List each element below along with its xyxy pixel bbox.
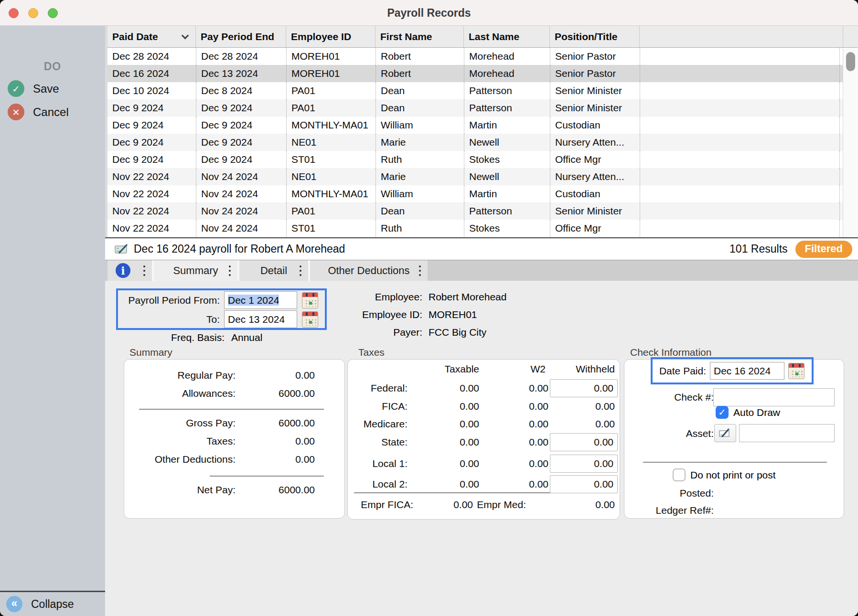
kebab-menu-icon[interactable]: [298, 264, 303, 277]
table-row[interactable]: Nov 22 2024Nov 24 2024ST01RuthStokesOffi…: [107, 220, 858, 237]
date-paid-field[interactable]: Dec 16 2024: [710, 362, 784, 380]
table-body: Dec 28 2024Dec 28 2024MOREH01RobertMoreh…: [107, 48, 858, 237]
tax-taxable-value: 0.00: [408, 457, 479, 470]
cancel-x-icon: ✕: [8, 104, 24, 120]
save-button[interactable]: ✓ Save: [8, 80, 59, 97]
calendar-icon[interactable]: [788, 363, 804, 379]
column-header-pay-period-end[interactable]: Pay Period End: [196, 26, 286, 47]
tax-taxable-value: 0.00: [408, 436, 479, 448]
table-cell: Nov 22 2024: [107, 168, 196, 185]
sort-descending-icon: [182, 32, 189, 39]
table-cell: Ruth: [375, 220, 464, 237]
kebab-menu-icon[interactable]: [418, 264, 422, 277]
sidebar-header: DO: [0, 60, 105, 73]
calendar-icon[interactable]: [302, 311, 318, 328]
empr-med-label: Empr Med:: [454, 499, 526, 511]
column-header-paid-date[interactable]: Paid Date: [107, 26, 196, 47]
employee-id-label: Employee ID:: [330, 308, 422, 321]
table-row[interactable]: Dec 16 2024Dec 13 2024MOREH01RobertMoreh…: [107, 65, 858, 82]
calendar-icon[interactable]: [302, 292, 318, 308]
asset-picker-button[interactable]: [714, 424, 736, 442]
asset-label: Asset:: [624, 427, 714, 440]
table-cell: Nov 24 2024: [196, 220, 286, 237]
payroll-check-icon: [115, 244, 129, 255]
table-row[interactable]: Dec 9 2024Dec 9 2024MONTHLY-MA01WilliamM…: [107, 117, 858, 134]
table-cell: Dec 9 2024: [196, 117, 286, 134]
table-row[interactable]: Dec 10 2024Dec 8 2024PA01DeanPattersonSe…: [107, 82, 858, 99]
scrollbar-thumb[interactable]: [846, 52, 855, 71]
payer-value: FCC Big City: [429, 326, 486, 339]
tax-row-label: State:: [348, 436, 408, 448]
table-cell: Nov 24 2024: [196, 168, 286, 185]
column-header-first-name[interactable]: First Name: [375, 26, 464, 47]
summary-box: Regular Pay: 0.00 Allowances: 6000.00 Gr…: [124, 359, 345, 519]
column-header-empty: [640, 26, 839, 47]
table-cell: Dean: [375, 82, 464, 99]
table-scrollbar[interactable]: [843, 48, 858, 237]
check-info-group-title: Check Information: [630, 347, 711, 358]
table-cell: MOREH01: [286, 48, 375, 65]
column-header-employee-id[interactable]: Employee ID: [286, 26, 375, 47]
period-from-field[interactable]: Dec 1 2024: [224, 291, 297, 309]
regular-pay-label: Regular Pay:: [124, 369, 236, 382]
app-window: Payroll Records DO ✓ Save ✕ Cancel « Col…: [0, 0, 858, 616]
table-cell: Dec 9 2024: [196, 99, 286, 117]
period-to-field[interactable]: Dec 13 2024: [224, 310, 297, 328]
collapse-button[interactable]: « Collapse: [6, 596, 74, 612]
table-cell: Patterson: [464, 99, 550, 117]
filtered-badge[interactable]: Filtered: [795, 241, 852, 258]
auto-draw-checkbox[interactable]: ✓: [716, 406, 729, 419]
tab-detail[interactable]: Detail: [239, 260, 308, 281]
table-cell: Nov 22 2024: [107, 220, 196, 237]
allowances-label: Allowances:: [124, 387, 236, 400]
asset-field[interactable]: [739, 424, 835, 442]
record-status-bar: Dec 16 2024 payroll for Robert A Morehea…: [105, 237, 858, 260]
table-cell: Custodian: [550, 117, 640, 134]
tax-row-label: FICA:: [348, 400, 408, 413]
tax-withheld-input[interactable]: 0.00: [550, 433, 618, 451]
tax-withheld-input[interactable]: 0.00: [550, 455, 618, 473]
table-cell: Nov 22 2024: [107, 185, 196, 202]
do-not-print-checkbox[interactable]: [673, 468, 686, 481]
table-row[interactable]: Nov 22 2024Nov 24 2024MONTHLY-MA01Willia…: [107, 185, 858, 202]
tax-w2-value: 0.00: [477, 436, 548, 448]
table-cell: MONTHLY-MA01: [286, 185, 375, 202]
empr-med-value: 0.00: [543, 499, 615, 511]
table-cell: Robert: [375, 65, 464, 82]
date-paid-label: Date Paid:: [653, 365, 710, 377]
tax-withheld-input[interactable]: 0.00: [550, 379, 618, 397]
table-cell: Newell: [464, 134, 550, 151]
table-row[interactable]: Dec 28 2024Dec 28 2024MOREH01RobertMoreh…: [107, 48, 858, 65]
info-icon[interactable]: i: [116, 263, 130, 278]
column-header-last-name[interactable]: Last Name: [464, 26, 550, 47]
net-pay-label: Net Pay:: [124, 484, 236, 496]
other-deductions-value: 0.00: [229, 453, 315, 466]
tab-other-deductions[interactable]: Other Deductions: [310, 260, 428, 281]
tax-w2-value: 0.00: [477, 457, 548, 470]
table-row[interactable]: Nov 22 2024Nov 24 2024PA01DeanPattersonS…: [107, 202, 858, 220]
table-row[interactable]: Dec 9 2024Dec 9 2024PA01DeanPattersonSen…: [107, 99, 858, 117]
info-tab[interactable]: i: [107, 260, 152, 281]
tax-taxable-value: 0.00: [408, 478, 479, 490]
table-cell: William: [375, 117, 464, 134]
employee-id-value: MOREH01: [429, 308, 477, 321]
table-row[interactable]: Nov 22 2024Nov 24 2024NE01MarieNewellNur…: [107, 168, 858, 185]
kebab-menu-icon[interactable]: [227, 264, 232, 277]
check-number-field[interactable]: [713, 388, 835, 406]
taxes-value: 0.00: [229, 435, 315, 447]
table-cell: Morehead: [464, 65, 550, 82]
collapse-chevrons-icon: «: [6, 596, 22, 612]
cancel-button[interactable]: ✕ Cancel: [8, 104, 69, 120]
table-row[interactable]: Dec 9 2024Dec 9 2024NE01MarieNewellNurse…: [107, 134, 858, 151]
table-row[interactable]: Dec 9 2024Dec 9 2024ST01RuthStokesOffice…: [107, 151, 858, 168]
table-cell: Patterson: [464, 82, 550, 99]
kebab-menu-icon[interactable]: [142, 264, 147, 277]
tab-summary[interactable]: Summary: [154, 260, 237, 281]
table-cell: Dec 10 2024: [107, 82, 196, 99]
column-header-position-title[interactable]: Position/Title: [550, 26, 640, 47]
tax-taxable-value: 0.00: [408, 382, 479, 394]
table-cell: Nursery Atten...: [550, 134, 640, 151]
tax-withheld-input[interactable]: 0.00: [550, 475, 618, 493]
table-cell: NE01: [286, 168, 375, 185]
tax-withheld-value: 0.00: [543, 400, 615, 413]
